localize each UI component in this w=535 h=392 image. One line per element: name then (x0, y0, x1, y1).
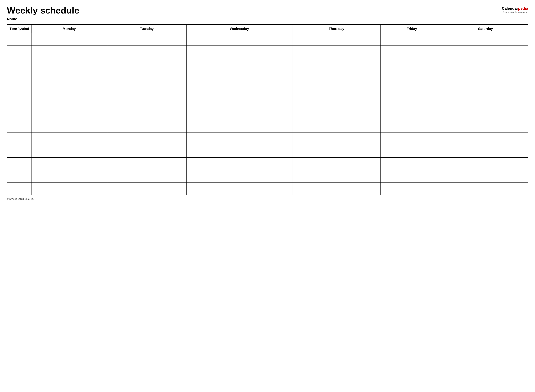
schedule-cell[interactable] (292, 70, 381, 83)
schedule-cell[interactable] (31, 182, 107, 195)
schedule-cell[interactable] (107, 182, 186, 195)
schedule-cell[interactable] (31, 70, 107, 83)
schedule-cell[interactable] (187, 83, 292, 95)
schedule-cell[interactable] (443, 58, 528, 70)
schedule-cell[interactable] (443, 108, 528, 120)
schedule-cell[interactable] (31, 33, 107, 46)
schedule-cell[interactable] (187, 170, 292, 182)
schedule-cell[interactable] (443, 182, 528, 195)
table-row (7, 83, 528, 95)
col-header-friday: Friday (381, 25, 443, 33)
schedule-cell[interactable] (381, 83, 443, 95)
schedule-cell[interactable] (187, 46, 292, 58)
schedule-cell[interactable] (31, 145, 107, 158)
schedule-cell[interactable] (381, 133, 443, 145)
schedule-cell[interactable] (107, 70, 186, 83)
schedule-cell[interactable] (292, 108, 381, 120)
time-cell[interactable] (7, 70, 31, 83)
time-cell[interactable] (7, 170, 31, 182)
time-cell[interactable] (7, 133, 31, 145)
schedule-cell[interactable] (292, 46, 381, 58)
schedule-cell[interactable] (187, 58, 292, 70)
brand-pedia: pedia (518, 6, 528, 10)
schedule-cell[interactable] (443, 33, 528, 46)
schedule-cell[interactable] (292, 83, 381, 95)
schedule-cell[interactable] (187, 182, 292, 195)
schedule-cell[interactable] (31, 95, 107, 108)
schedule-cell[interactable] (31, 170, 107, 182)
schedule-cell[interactable] (187, 158, 292, 170)
time-cell[interactable] (7, 58, 31, 70)
schedule-cell[interactable] (381, 95, 443, 108)
brand-logo: Calendarpedia Your source for calendars (502, 6, 528, 13)
schedule-cell[interactable] (107, 158, 186, 170)
schedule-cell[interactable] (381, 108, 443, 120)
time-cell[interactable] (7, 108, 31, 120)
time-cell[interactable] (7, 182, 31, 195)
schedule-cell[interactable] (443, 120, 528, 133)
time-cell[interactable] (7, 145, 31, 158)
schedule-cell[interactable] (187, 95, 292, 108)
table-row (7, 182, 528, 195)
schedule-cell[interactable] (381, 33, 443, 46)
schedule-cell[interactable] (292, 33, 381, 46)
schedule-cell[interactable] (443, 46, 528, 58)
schedule-cell[interactable] (292, 58, 381, 70)
schedule-cell[interactable] (292, 145, 381, 158)
schedule-cell[interactable] (443, 70, 528, 83)
schedule-cell[interactable] (107, 133, 186, 145)
schedule-cell[interactable] (381, 158, 443, 170)
time-cell[interactable] (7, 120, 31, 133)
schedule-cell[interactable] (31, 120, 107, 133)
schedule-cell[interactable] (107, 46, 186, 58)
schedule-cell[interactable] (107, 58, 186, 70)
schedule-cell[interactable] (187, 120, 292, 133)
schedule-cell[interactable] (31, 133, 107, 145)
schedule-cell[interactable] (381, 46, 443, 58)
schedule-cell[interactable] (107, 120, 186, 133)
schedule-cell[interactable] (443, 95, 528, 108)
schedule-cell[interactable] (31, 46, 107, 58)
schedule-cell[interactable] (443, 83, 528, 95)
table-header-row: Time / period Monday Tuesday Wednesday T… (7, 25, 528, 33)
schedule-cell[interactable] (107, 33, 186, 46)
schedule-cell[interactable] (292, 95, 381, 108)
schedule-cell[interactable] (292, 182, 381, 195)
schedule-cell[interactable] (443, 145, 528, 158)
schedule-cell[interactable] (107, 145, 186, 158)
schedule-cell[interactable] (381, 58, 443, 70)
schedule-cell[interactable] (292, 158, 381, 170)
time-cell[interactable] (7, 158, 31, 170)
col-header-monday: Monday (31, 25, 107, 33)
schedule-cell[interactable] (292, 133, 381, 145)
schedule-cell[interactable] (381, 120, 443, 133)
schedule-cell[interactable] (443, 158, 528, 170)
schedule-cell[interactable] (107, 108, 186, 120)
schedule-cell[interactable] (292, 120, 381, 133)
schedule-cell[interactable] (187, 70, 292, 83)
schedule-cell[interactable] (292, 170, 381, 182)
schedule-cell[interactable] (107, 83, 186, 95)
schedule-cell[interactable] (381, 70, 443, 83)
schedule-cell[interactable] (107, 95, 186, 108)
brand-calendar: Calendar (502, 6, 518, 10)
schedule-cell[interactable] (187, 108, 292, 120)
schedule-cell[interactable] (107, 170, 186, 182)
schedule-cell[interactable] (443, 170, 528, 182)
time-cell[interactable] (7, 46, 31, 58)
schedule-cell[interactable] (187, 33, 292, 46)
table-row (7, 58, 528, 70)
schedule-cell[interactable] (187, 133, 292, 145)
schedule-cell[interactable] (31, 158, 107, 170)
schedule-cell[interactable] (381, 170, 443, 182)
schedule-cell[interactable] (381, 182, 443, 195)
time-cell[interactable] (7, 95, 31, 108)
schedule-cell[interactable] (31, 83, 107, 95)
time-cell[interactable] (7, 33, 31, 46)
schedule-cell[interactable] (381, 145, 443, 158)
schedule-cell[interactable] (31, 108, 107, 120)
time-cell[interactable] (7, 83, 31, 95)
schedule-cell[interactable] (187, 145, 292, 158)
schedule-cell[interactable] (31, 58, 107, 70)
schedule-cell[interactable] (443, 133, 528, 145)
